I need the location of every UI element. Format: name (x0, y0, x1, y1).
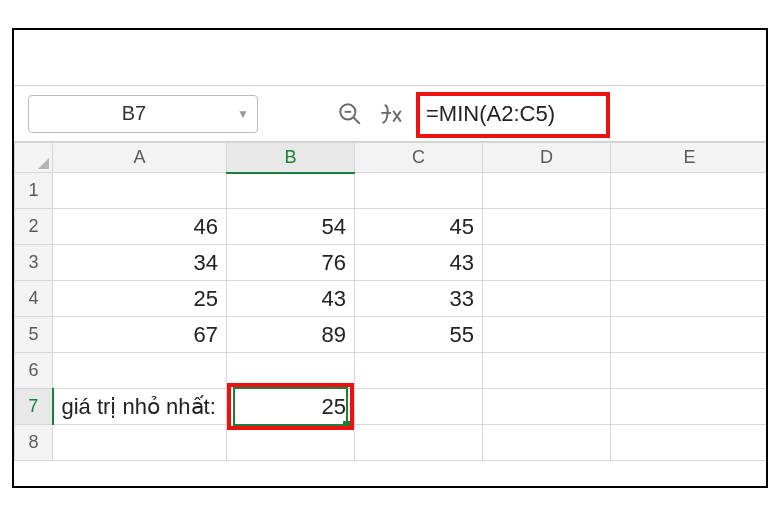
row-5: 5 67 89 55 (15, 317, 767, 353)
cell-E4[interactable] (611, 281, 767, 317)
col-header-C[interactable]: C (355, 143, 483, 173)
row-header-3[interactable]: 3 (15, 245, 53, 281)
cell-E3[interactable] (611, 245, 767, 281)
cell-B2[interactable]: 54 (227, 209, 355, 245)
row-8: 8 (15, 425, 767, 461)
name-box[interactable]: B7 ▼ (28, 95, 258, 133)
cell-A2[interactable]: 46 (53, 209, 227, 245)
grid-table: A B C D E 1 2 46 (14, 142, 766, 461)
formula-bar-row: B7 ▼ (14, 86, 766, 142)
row-header-4[interactable]: 4 (15, 281, 53, 317)
row-4: 4 25 43 33 (15, 281, 767, 317)
svg-line-1 (353, 117, 360, 124)
cell-C4[interactable]: 33 (355, 281, 483, 317)
col-header-D[interactable]: D (483, 143, 611, 173)
spreadsheet-grid[interactable]: A B C D E 1 2 46 (14, 142, 766, 486)
row-header-1[interactable]: 1 (15, 173, 53, 209)
formula-bar[interactable] (422, 97, 732, 131)
cell-A5[interactable]: 67 (53, 317, 227, 353)
cell-D4[interactable] (483, 281, 611, 317)
cell-E1[interactable] (611, 173, 767, 209)
cell-D5[interactable] (483, 317, 611, 353)
select-all-corner[interactable] (15, 143, 53, 173)
cell-D8[interactable] (483, 425, 611, 461)
cell-A7-text: giá trị nhỏ nhất: (62, 394, 216, 420)
column-header-row: A B C D E (15, 143, 767, 173)
cell-E2[interactable] (611, 209, 767, 245)
name-box-value: B7 (122, 102, 146, 125)
zoom-lens-icon[interactable] (334, 98, 366, 130)
row-header-7[interactable]: 7 (15, 389, 53, 425)
cell-B3[interactable]: 76 (227, 245, 355, 281)
col-header-B[interactable]: B (227, 143, 355, 173)
cell-B7[interactable]: 25 (227, 389, 355, 425)
cell-A1[interactable] (53, 173, 227, 209)
cell-E7[interactable] (611, 389, 767, 425)
formula-input[interactable] (422, 97, 732, 131)
row-header-8[interactable]: 8 (15, 425, 53, 461)
cell-C1[interactable] (355, 173, 483, 209)
chevron-down-icon[interactable]: ▼ (237, 107, 249, 121)
row-header-5[interactable]: 5 (15, 317, 53, 353)
cell-D6[interactable] (483, 353, 611, 389)
fx-icon[interactable] (374, 98, 406, 130)
cell-A8[interactable] (53, 425, 227, 461)
cell-E5[interactable] (611, 317, 767, 353)
cell-C8[interactable] (355, 425, 483, 461)
cell-E8[interactable] (611, 425, 767, 461)
cell-C2[interactable]: 45 (355, 209, 483, 245)
ribbon-placeholder (14, 30, 766, 86)
cell-D7[interactable] (483, 389, 611, 425)
fill-handle[interactable] (343, 421, 350, 428)
cell-B4[interactable]: 43 (227, 281, 355, 317)
cell-B5[interactable]: 89 (227, 317, 355, 353)
cell-B1[interactable] (227, 173, 355, 209)
row-6: 6 (15, 353, 767, 389)
row-7: 7 giá trị nhỏ nhất: 25 (15, 389, 767, 425)
row-2: 2 46 54 45 (15, 209, 767, 245)
row-3: 3 34 76 43 (15, 245, 767, 281)
col-header-A[interactable]: A (53, 143, 227, 173)
cell-C7[interactable] (355, 389, 483, 425)
cell-A7[interactable]: giá trị nhỏ nhất: (53, 389, 227, 425)
cell-A3[interactable]: 34 (53, 245, 227, 281)
row-header-6[interactable]: 6 (15, 353, 53, 389)
row-header-2[interactable]: 2 (15, 209, 53, 245)
row-1: 1 (15, 173, 767, 209)
col-header-E[interactable]: E (611, 143, 767, 173)
cell-D1[interactable] (483, 173, 611, 209)
cell-C3[interactable]: 43 (355, 245, 483, 281)
cell-D3[interactable] (483, 245, 611, 281)
cell-C5[interactable]: 55 (355, 317, 483, 353)
app-window: B7 ▼ A B C D E (12, 28, 768, 488)
cell-B6[interactable] (227, 353, 355, 389)
cell-B7-text: 25 (322, 394, 346, 420)
cell-D2[interactable] (483, 209, 611, 245)
cell-A4[interactable]: 25 (53, 281, 227, 317)
cell-A6[interactable] (53, 353, 227, 389)
cell-E6[interactable] (611, 353, 767, 389)
cell-C6[interactable] (355, 353, 483, 389)
cell-B8[interactable] (227, 425, 355, 461)
